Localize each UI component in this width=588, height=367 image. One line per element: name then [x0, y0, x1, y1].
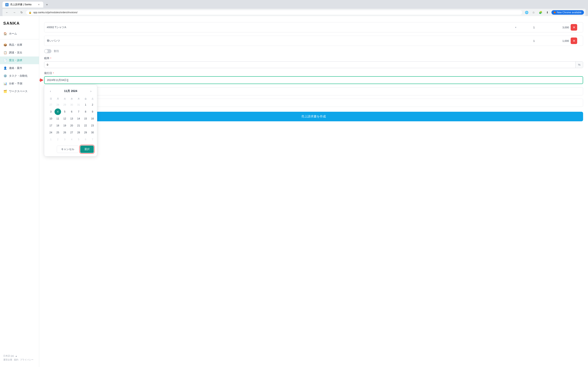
new-chrome-button[interactable]: New Chrome available [552, 10, 584, 15]
date-input[interactable]: 2024年11月04日 [44, 76, 583, 84]
cancel-button[interactable]: キャンセル [57, 146, 79, 153]
cal-day-w2-1[interactable]: 11 [54, 115, 61, 122]
cal-day-w1-2[interactable]: 5 [61, 108, 68, 115]
nav-divider-1 [0, 39, 39, 39]
cal-day-w3-1[interactable]: 18 [54, 122, 61, 129]
cal-day-w3-5[interactable]: 22 [82, 122, 89, 129]
sidebar-item-label-workspace: ワークスペース [9, 90, 27, 93]
sidebar-item-workspace[interactable]: 🗂️ ワークスペース [0, 87, 39, 95]
cal-day-w5-2[interactable]: 3 [61, 136, 68, 143]
qty-input-1[interactable] [518, 26, 535, 29]
cal-day-w3-3[interactable]: 20 [68, 122, 75, 129]
submit-button[interactable]: 売上請求書を作成 [44, 112, 583, 121]
cal-day-w5-4[interactable]: 5 [75, 136, 82, 143]
forward-button[interactable]: → [11, 9, 17, 15]
cal-day-w2-0[interactable]: 10 [48, 115, 54, 122]
cal-day-w1-0[interactable]: 3 [48, 108, 54, 115]
cal-day-w5-0[interactable]: 1 [48, 136, 54, 143]
cal-day-w1-1[interactable]: 4 [54, 108, 61, 115]
product-select-1[interactable]: #0002 TシャツA ▼ [47, 25, 517, 29]
cal-next-button[interactable]: › [88, 88, 94, 94]
sidebar-item-contacts[interactable]: 👤 連絡・案件 [0, 64, 39, 72]
tax-input-wrapper: % [44, 61, 583, 68]
cal-day-w5-1[interactable]: 2 [54, 136, 61, 143]
placeholder-row-1 [44, 87, 583, 95]
language-row[interactable]: 日本語 (ja) ▲ [3, 354, 36, 358]
cal-day-w3-2[interactable]: 19 [61, 122, 68, 129]
cal-day-w4-1[interactable]: 25 [54, 129, 61, 136]
cal-day-w4-5[interactable]: 29 [82, 129, 89, 136]
sidebar-item-orders[interactable]: 📄 受注・請求 [0, 57, 39, 64]
cal-day-w2-3[interactable]: 13 [68, 115, 75, 122]
cal-day-w0-0[interactable]: 27 [48, 101, 54, 108]
cal-day-w0-3[interactable]: 30 [68, 101, 75, 108]
price-input-2[interactable] [536, 39, 569, 42]
new-tab-button[interactable]: + [44, 2, 50, 8]
cal-day-w1-3[interactable]: 6 [68, 108, 75, 115]
cal-day-w4-3[interactable]: 27 [68, 129, 75, 136]
cal-day-w1-6[interactable]: 9 [89, 108, 96, 115]
logo-text: SANKA [3, 21, 20, 25]
cal-day-w2-5[interactable]: 15 [82, 115, 89, 122]
cal-day-w0-5[interactable]: 1 [82, 101, 89, 108]
qty-input-2[interactable] [518, 39, 535, 42]
delete-button-2[interactable]: ✕ [571, 38, 577, 44]
product-select-2[interactable]: 青いパンツ [47, 39, 517, 43]
sidebar-item-label-home: ホーム [9, 32, 17, 35]
price-input-1[interactable] [536, 26, 569, 29]
download-icon[interactable]: ⬇ [545, 9, 550, 15]
back-button[interactable]: ← [4, 9, 10, 15]
translate-icon[interactable]: 🌐 [524, 9, 529, 15]
sidebar-item-home[interactable]: 🏠 ホーム [0, 30, 39, 38]
cal-day-w3-0[interactable]: 17 [48, 122, 54, 129]
issue-date-required-star: * [53, 72, 54, 75]
cal-day-w2-2[interactable]: 12 [61, 115, 68, 122]
cal-day-w0-1[interactable]: 28 [54, 101, 61, 108]
language-text: 日本語 (ja) [3, 354, 14, 358]
tax-input[interactable] [44, 62, 575, 68]
sidebar-item-procurement[interactable]: 📋 調達・支出 [0, 49, 39, 57]
cal-day-w4-0[interactable]: 24 [48, 129, 54, 136]
cal-day-w2-4[interactable]: 14 [75, 115, 82, 122]
cal-day-w1-5[interactable]: 8 [82, 108, 89, 115]
footer-link-terms[interactable]: 規約 [14, 358, 18, 361]
footer-link-privacy[interactable]: プライバシー [20, 358, 34, 361]
cal-day-w2-6[interactable]: 16 [89, 115, 96, 122]
select-button[interactable]: 選択 [80, 146, 94, 153]
analytics-icon: 📊 [3, 82, 7, 85]
cal-day-w0-2[interactable]: 29 [61, 101, 68, 108]
sidebar-item-analytics[interactable]: 📊 分析・予測 [0, 80, 39, 87]
procurement-icon: 📋 [3, 51, 7, 54]
cal-prev-button[interactable]: ‹ [48, 88, 53, 94]
sidebar-item-products[interactable]: 📦 商品・在庫 [0, 41, 39, 49]
cal-day-w5-3[interactable]: 4 [68, 136, 75, 143]
placeholder-row-2 [44, 99, 583, 107]
cal-day-w5-6[interactable]: 7 [89, 136, 96, 143]
modal-panel: #0002 TシャツA ▼ ✕ 青いパンツ ✕ 割引 税率 [39, 17, 588, 367]
date-value: 2024年11月04日 [47, 78, 67, 82]
active-tab[interactable]: S 売上請求書 | Sanka ✕ [2, 2, 43, 8]
cal-day-w0-4[interactable]: 31 [75, 101, 82, 108]
footer-link-company[interactable]: 運営企業 [3, 358, 12, 361]
tab-close-button[interactable]: ✕ [37, 3, 40, 6]
bookmark-icon[interactable]: ☆ [531, 9, 536, 15]
extension-icon[interactable]: 🧩 [537, 9, 543, 15]
cal-header-sat: 土 [89, 96, 96, 101]
cal-day-w3-6[interactable]: 23 [89, 122, 96, 129]
cal-day-w3-4[interactable]: 21 [75, 122, 82, 129]
cal-day-w1-4[interactable]: 7 [75, 108, 82, 115]
cal-day-w4-2[interactable]: 26 [61, 129, 68, 136]
discount-toggle[interactable] [44, 49, 52, 53]
refresh-button[interactable]: ↻ [19, 9, 25, 15]
cal-day-w5-5[interactable]: 6 [82, 136, 89, 143]
address-bar[interactable]: 🔒 app.sanka.io/ja/modules/orders/invoice… [26, 10, 522, 15]
tab-bar: S 売上請求書 | Sanka ✕ + [2, 2, 586, 8]
cal-day-w4-4[interactable]: 28 [75, 129, 82, 136]
delete-button-1[interactable]: ✕ [571, 24, 577, 31]
sidebar-item-label-tasks: タスク・自動化 [9, 74, 27, 78]
cal-day-w4-6[interactable]: 30 [89, 129, 96, 136]
sidebar-item-tasks[interactable]: ⚙️ タスク・自動化 [0, 72, 39, 80]
cal-day-w0-6[interactable]: 2 [89, 101, 96, 108]
issue-date-label: 発行日 * [44, 71, 583, 75]
calendar-dropdown: ‹ 11月 2024 › 日 月 火 水 木 金 土 27 28 29 [44, 85, 97, 156]
